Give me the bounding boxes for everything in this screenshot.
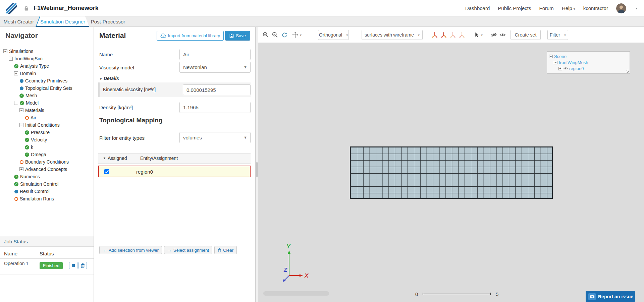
nav-forum[interactable]: Forum	[539, 5, 554, 11]
expand-icon[interactable]: +	[19, 167, 23, 171]
reset-view-button[interactable]	[280, 30, 289, 40]
tree-item-advanced-concepts[interactable]: +Advanced Concepts	[0, 166, 94, 173]
scene-tree-panel: − Scene − frontWingMesh + region0	[547, 51, 630, 74]
report-issue-button[interactable]: Report an issue	[586, 291, 635, 302]
tree-item-analysis-type[interactable]: ✓Analysis Type	[0, 62, 94, 70]
nav-public-projects[interactable]: Public Projects	[498, 5, 531, 11]
expand-icon[interactable]: +	[558, 67, 562, 70]
panel-resize-handle[interactable]	[626, 70, 629, 73]
private-lock-icon	[24, 6, 29, 11]
collapse-icon[interactable]: −	[3, 49, 7, 53]
hide-selection-button[interactable]	[489, 30, 498, 40]
scene-tree-item-region0[interactable]: + region0	[549, 65, 628, 71]
add-selection-label: Add selection from viewer	[109, 248, 159, 253]
viewer-horizontal-scrollbar[interactable]	[263, 291, 329, 296]
eye-icon[interactable]	[564, 67, 568, 70]
zoom-in-button[interactable]	[261, 30, 270, 40]
scrollbar-thumb[interactable]	[256, 162, 258, 177]
filter-dropdown[interactable]: Filter ▾	[547, 30, 568, 40]
tree-item-velocity[interactable]: ✓Velocity	[0, 136, 94, 143]
axis-view-button-3[interactable]	[448, 30, 458, 40]
tree-item-materials[interactable]: −Materials	[0, 107, 94, 114]
save-button[interactable]: Save	[225, 31, 250, 41]
material-name-input[interactable]	[179, 49, 251, 60]
zoom-out-button[interactable]	[270, 30, 280, 40]
collapse-icon[interactable]: −	[9, 57, 13, 61]
collapse-icon[interactable]: −	[549, 55, 553, 58]
axis-view-button-4[interactable]	[457, 30, 467, 40]
sort-triangle-icon[interactable]: ▼	[103, 157, 106, 160]
tree-item-mesh[interactable]: ✓Mesh	[0, 92, 94, 99]
create-set-button[interactable]: Create set	[511, 30, 541, 40]
viscosity-model-select[interactable]: Newtonian ▼	[179, 62, 251, 73]
collapse-icon[interactable]: −	[14, 71, 18, 75]
tree-item-label: Domain	[20, 71, 36, 76]
viewer-toolbar: ▾ Orthogonal ▾ surfaces with wireframe ▾	[258, 27, 644, 43]
collapse-icon[interactable]: −	[19, 123, 23, 127]
pan-tool-button[interactable]: ▾	[292, 30, 302, 40]
user-avatar[interactable]	[616, 3, 626, 13]
tree-item-simulation-control[interactable]: ✓Simulation Control	[0, 180, 94, 188]
tree-item-label: Simulation Runs	[20, 196, 54, 201]
scene-tree-item-scene[interactable]: − Scene	[549, 53, 628, 59]
trash-icon	[218, 248, 221, 252]
job-stop-button[interactable]	[69, 262, 77, 269]
render-mode-dropdown[interactable]: surfaces with wireframe ▾	[362, 30, 423, 40]
tree-item-boundary-conditions[interactable]: Boundary Conditions	[0, 158, 94, 166]
show-all-button[interactable]	[498, 30, 507, 40]
tree-item-geometry-primitives[interactable]: Geometry Primitives	[0, 77, 94, 84]
nav-username[interactable]: kcontractor	[583, 5, 608, 11]
select-assignment-button[interactable]: → Select assignment	[164, 246, 212, 254]
app-logo-icon[interactable]	[6, 3, 17, 14]
axis-view-button-1[interactable]	[430, 30, 439, 40]
projection-dropdown[interactable]: Orthogonal ▾	[318, 30, 349, 40]
tree-item-frontwingsim[interactable]: −frontWingSim	[0, 55, 94, 62]
axis-view-button-2[interactable]	[439, 30, 448, 40]
collapse-icon[interactable]: −	[14, 101, 18, 105]
viewer-3d[interactable]: ▾ Orthogonal ▾ surfaces with wireframe ▾	[258, 27, 644, 302]
tree-item-label: Materials	[25, 108, 44, 113]
zoom-out-icon	[272, 32, 278, 38]
tree-item-simulations[interactable]: −Simulations	[0, 48, 94, 55]
chevron-down-icon[interactable]: ▾	[636, 6, 637, 10]
tree-item-air[interactable]: Air	[0, 114, 94, 121]
kinematic-viscosity-input[interactable]	[183, 84, 251, 95]
tree-item-initial-conditions[interactable]: −Initial Conditions	[0, 121, 94, 129]
details-section-toggle[interactable]: ▼Details	[99, 76, 119, 81]
tree-item-result-control[interactable]: Result Control	[0, 188, 94, 195]
mesh-region0-view[interactable]	[350, 146, 553, 199]
assignment-entity-label: region0	[136, 169, 153, 175]
create-set-label: Create set	[515, 32, 537, 38]
add-selection-from-viewer-button[interactable]: ← Add selection from viewer	[99, 246, 162, 254]
scene-tree-item-frontwingmesh[interactable]: − frontWingMesh	[549, 59, 628, 65]
tree-item-pressure[interactable]: ✓Pressure	[0, 129, 94, 136]
clear-assignment-button[interactable]: Clear	[214, 246, 237, 254]
tree-item-domain[interactable]: −Domain	[0, 70, 94, 77]
job-status-badge: Finished	[40, 262, 63, 269]
material-panel-scrollbar[interactable]	[256, 27, 258, 302]
assigned-checkbox[interactable]	[104, 169, 109, 174]
tree-item-model[interactable]: −✓Model	[0, 99, 94, 107]
entity-filter-select[interactable]: volumes ▼	[179, 132, 251, 143]
tree-item-omega[interactable]: ✓Omega	[0, 151, 94, 158]
completed-check-icon: ✓	[20, 101, 24, 105]
tree-item-simulation-runs[interactable]: Simulation Runs	[0, 195, 94, 202]
report-issue-label: Report an issue	[598, 294, 633, 299]
completed-check-icon: ✓	[25, 138, 29, 142]
tab-mesh-creator[interactable]: Mesh Creator	[1, 16, 36, 27]
density-input[interactable]	[179, 102, 251, 113]
tree-item-k[interactable]: ✓k	[0, 143, 94, 151]
nav-dashboard[interactable]: Dashboard	[465, 5, 490, 11]
tree-item-topological-entity-sets[interactable]: Topological Entity Sets	[0, 84, 94, 92]
collapse-icon[interactable]: −	[554, 61, 557, 64]
assignment-row-region0[interactable]: region0	[98, 166, 251, 177]
import-material-library-button[interactable]: Import from material library	[157, 31, 224, 41]
collapse-icon[interactable]: −	[19, 108, 23, 112]
tab-post-processor[interactable]: Post-Processor	[89, 16, 127, 27]
entity-column-header: Entity/Assignment	[140, 156, 178, 161]
select-tool-button[interactable]: ▾	[474, 30, 483, 40]
tab-simulation-designer[interactable]: Simulation Designer	[36, 16, 89, 27]
job-delete-button[interactable]	[78, 262, 87, 269]
tree-item-numerics[interactable]: ✓Numerics	[0, 173, 94, 180]
nav-help[interactable]: Help▾	[562, 5, 575, 11]
